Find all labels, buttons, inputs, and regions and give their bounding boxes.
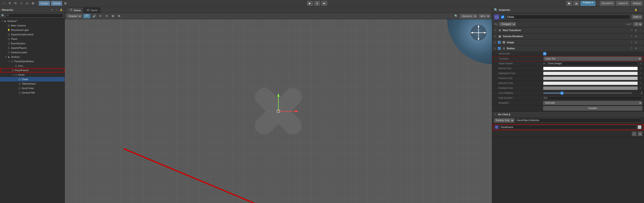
obj-name-input[interactable] bbox=[506, 15, 630, 19]
normal-color-ref-btn[interactable]: ↗ bbox=[639, 67, 642, 70]
step-button[interactable]: ⏭ bbox=[321, 1, 327, 6]
hierarchy-item-gesture-loader[interactable]: ▶ ⬡ GestureLoader bbox=[0, 50, 64, 55]
comp-settings-btn[interactable]: ⚙ bbox=[634, 35, 638, 38]
hierarchy-item-close[interactable]: ▶ ⬡ Close bbox=[0, 77, 64, 81]
button-header[interactable]: ▼ ⊙ Button ? ⚙ ⋮ bbox=[492, 46, 644, 51]
hierarchy-item-main-camera[interactable]: ▶ 🎥 Main Camera bbox=[0, 23, 64, 28]
hierarchy-item-panel-open-btn[interactable]: ▼ ⬡ PanelOpenButton bbox=[0, 59, 64, 64]
layer-select[interactable]: UI bbox=[633, 22, 642, 26]
record-button[interactable]: ⏺ bbox=[566, 1, 572, 6]
toolbar-hand-tool[interactable]: ☞ bbox=[1, 1, 6, 6]
inspector-more-btn[interactable]: ⋮ bbox=[639, 8, 642, 12]
toolbar-scale-tool[interactable]: ⤡ bbox=[19, 1, 24, 6]
toolbar-rect-tool[interactable]: ▭ bbox=[24, 1, 30, 6]
toolbar-center-btn[interactable]: Center bbox=[39, 1, 50, 6]
scene-extra-toggle[interactable]: ⚙ bbox=[117, 14, 122, 19]
rect-transform-header[interactable]: ▼ ⊞ Rect Transform ? ⚙ ⋮ bbox=[492, 27, 644, 33]
highlighted-color-ref-btn[interactable]: ↗ bbox=[639, 72, 642, 75]
hierarchy-item-gesture-title[interactable]: ▶ ⬡ GestureTitle bbox=[0, 90, 64, 95]
hierarchy-item-icon[interactable]: ▶ ⬡ Icon_ bbox=[0, 64, 64, 68]
scene-lighting-toggle[interactable]: ☀ bbox=[98, 14, 103, 19]
inspector-lock-btn[interactable]: 🔓 bbox=[634, 8, 638, 12]
navigation-select[interactable]: Automatic bbox=[543, 101, 642, 105]
transition-select[interactable]: Color Tint bbox=[544, 57, 642, 61]
publish-button[interactable]: Publish ▾ bbox=[580, 1, 596, 6]
interactable-checkmark[interactable]: ✓ bbox=[543, 52, 546, 55]
hierarchy-item-zepeto-script[interactable]: ▶ ⬡ ZepetoScriptContext bbox=[0, 32, 64, 37]
static-button[interactable]: Static ▾ bbox=[632, 15, 642, 19]
cloud-button[interactable]: ☁ bbox=[573, 1, 579, 6]
hierarchy-item-title-interface[interactable]: ▶ ⬡ TitleInterface bbox=[0, 81, 64, 86]
comp-ref-btn[interactable]: ? bbox=[630, 29, 633, 32]
comp-settings-btn[interactable]: ⚙ bbox=[634, 41, 638, 44]
onclick-runtime-select[interactable]: Runtime Only bbox=[494, 118, 514, 123]
hierarchy-lock-btn[interactable]: 🔓 bbox=[59, 8, 63, 12]
hierarchy-add-btn[interactable]: + bbox=[50, 8, 54, 12]
disabled-color-ref-btn[interactable]: ↗ bbox=[639, 86, 642, 90]
scene-fx-toggle[interactable]: ✦ bbox=[104, 14, 109, 19]
onclick-obj-ref-input[interactable] bbox=[500, 125, 636, 129]
target-graphic-input[interactable] bbox=[547, 62, 638, 66]
tag-select[interactable]: Untagged bbox=[499, 22, 516, 26]
disabled-color-swatch[interactable] bbox=[543, 86, 638, 90]
hierarchy-menu-btn[interactable]: ⋮ bbox=[55, 8, 58, 12]
comp-more-btn[interactable]: ⋮ bbox=[639, 35, 642, 38]
image-header[interactable]: ▼ 🖼 Image ? ⚙ ⋮ bbox=[492, 39, 644, 45]
hierarchy-item-plane[interactable]: ▶ ⬡ Plane bbox=[0, 37, 64, 41]
comp-more-btn[interactable]: ⋮ bbox=[639, 29, 642, 32]
hierarchy-item-panel[interactable]: ▼ ⬡ Panel bbox=[0, 73, 64, 77]
hierarchy-item-gesture-obj[interactable]: ▼ ◈ Gesture bbox=[0, 55, 64, 59]
toolbar-rotate-tool[interactable]: ↻ bbox=[13, 1, 18, 6]
gizmos-select[interactable]: Gizmos ▾ bbox=[460, 14, 477, 18]
visualize-button[interactable]: Visualize bbox=[543, 106, 642, 111]
selected-color-swatch[interactable] bbox=[543, 81, 638, 85]
toolbar-custom-tool[interactable]: ⊞ bbox=[30, 1, 35, 6]
toolbar-move-tool[interactable]: ✛ bbox=[7, 1, 12, 6]
game-tab[interactable]: 🎮 Game bbox=[84, 8, 100, 13]
comp-ref-btn[interactable]: ? bbox=[630, 41, 633, 44]
play-button[interactable]: ▶ bbox=[307, 1, 313, 6]
onclick-add-btn[interactable]: + bbox=[638, 132, 642, 136]
comp-more-btn[interactable]: ⋮ bbox=[639, 41, 642, 44]
pause-button[interactable]: ⏸ bbox=[314, 1, 320, 6]
panel-parent-ref-icon[interactable]: ⬡ bbox=[495, 125, 498, 129]
normal-color-swatch[interactable] bbox=[543, 67, 638, 70]
comp-settings-btn[interactable]: ⚙ bbox=[634, 47, 638, 50]
2d-mode-btn[interactable]: 2D bbox=[83, 14, 90, 18]
comp-more-btn[interactable]: ⋮ bbox=[639, 47, 642, 50]
onclick-header[interactable]: ▼ On Click () bbox=[492, 111, 644, 117]
obj-active-checkbox[interactable] bbox=[501, 16, 504, 19]
scene-grid-toggle[interactable]: ⊞ bbox=[110, 14, 116, 19]
hierarchy-item-directional-light[interactable]: ▶ 💡 Directional Light bbox=[0, 28, 64, 32]
onclick-function-input[interactable] bbox=[516, 118, 642, 123]
hierarchy-search-input[interactable] bbox=[5, 14, 63, 18]
layers-button[interactable]: Layers ▾ bbox=[616, 1, 630, 6]
comp-ref-btn[interactable]: ? bbox=[630, 47, 633, 50]
toolbar-global-btn[interactable]: Global bbox=[51, 1, 62, 6]
canvas-renderer-header[interactable]: ▼ ▦ Canvas Renderer ? ⚙ ⋮ bbox=[492, 33, 644, 39]
image-active-checkbox[interactable] bbox=[498, 41, 501, 44]
audio-toggle[interactable]: 🔊 bbox=[92, 14, 96, 19]
hierarchy-item-zepeto-players[interactable]: ▶ ⬡ ZepetoPlayers bbox=[0, 46, 64, 50]
hierarchy-item-scroll-view[interactable]: ▶ ⬡ Scroll View bbox=[0, 86, 64, 90]
color-multiplier-slider[interactable] bbox=[543, 93, 632, 94]
hierarchy-item-gesture-root[interactable]: ▼ ◈ Gesture* ⋮ bbox=[0, 19, 64, 23]
highlighted-color-swatch[interactable] bbox=[543, 72, 638, 75]
target-graphic-ref-btn[interactable]: ⊙ bbox=[639, 62, 642, 65]
shading-select[interactable]: Shaded bbox=[67, 14, 82, 18]
onclick-remove-btn[interactable]: − bbox=[632, 132, 636, 136]
fade-duration-input[interactable] bbox=[543, 96, 642, 100]
hierarchy-item-event-system[interactable]: ▶ ⬡ EventSystem bbox=[0, 41, 64, 46]
pressed-color-ref-btn[interactable]: ↗ bbox=[639, 77, 642, 80]
comp-settings-btn[interactable]: ⚙ bbox=[634, 29, 638, 32]
hierarchy-item-panel-parent[interactable]: ▶ ⬡ PanelParent bbox=[0, 68, 64, 73]
pressed-color-swatch[interactable] bbox=[543, 77, 638, 80]
toolbar-grid-icon[interactable]: ⊞ bbox=[63, 1, 68, 6]
default-button[interactable]: Default bbox=[631, 1, 643, 6]
button-active-checkbox[interactable] bbox=[498, 47, 501, 50]
selected-color-ref-btn[interactable]: ↗ bbox=[639, 81, 642, 85]
comp-ref-btn[interactable]: ? bbox=[630, 35, 633, 38]
all-select[interactable]: All ▾ bbox=[478, 14, 490, 18]
scene-tab[interactable]: 🎬 Scene bbox=[67, 8, 84, 13]
account-button[interactable]: Account ▾ bbox=[600, 1, 615, 6]
